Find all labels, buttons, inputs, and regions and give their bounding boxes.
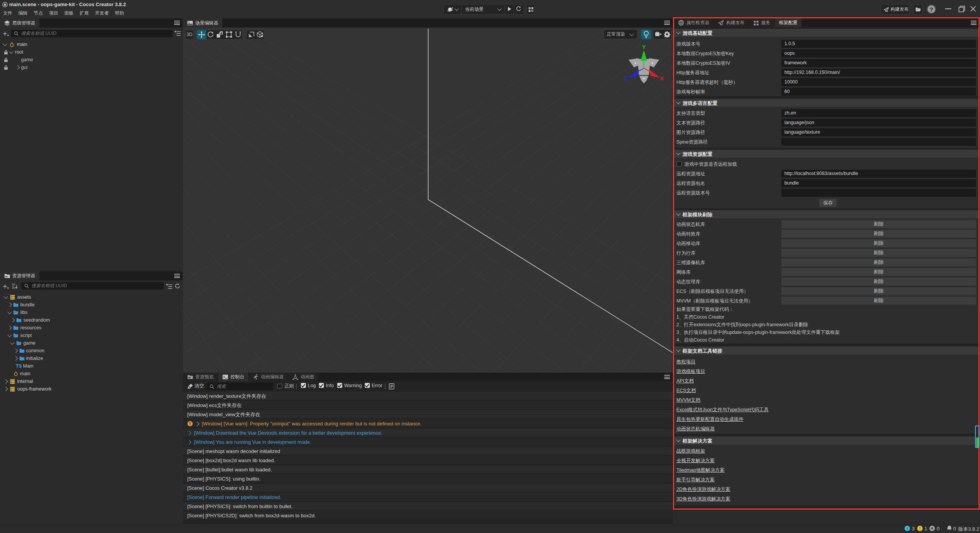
svg-text:X: X — [660, 75, 664, 82]
svg-text:Y: Y — [642, 44, 646, 50]
svg-text:Z: Z — [624, 75, 627, 82]
